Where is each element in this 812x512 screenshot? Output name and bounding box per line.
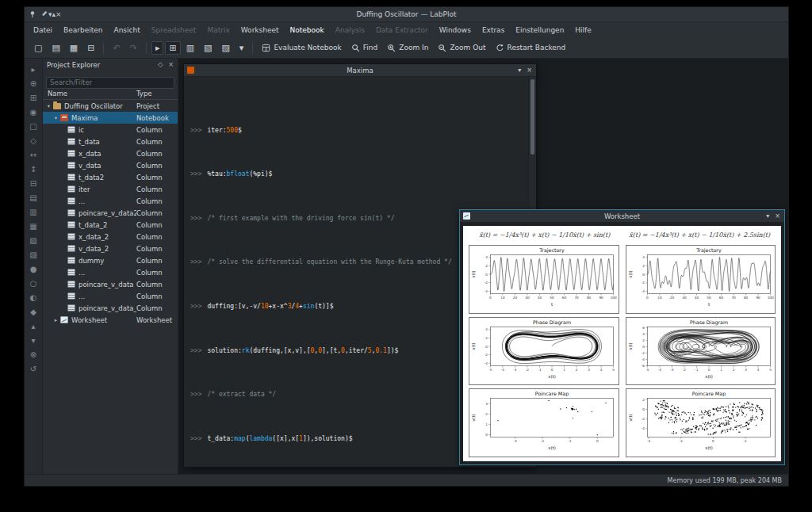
minimize-subwindow-button[interactable]: ▾ xyxy=(518,67,521,74)
tool-icon[interactable]: ● xyxy=(30,266,37,273)
tree-row-project[interactable]: ▾ Duffing Oscillator Project xyxy=(43,100,178,112)
pin-icon[interactable] xyxy=(29,10,36,18)
menu-data-extractor[interactable]: Data Extractor xyxy=(370,25,434,36)
menu-einstellungen[interactable]: Einstellungen xyxy=(510,25,569,36)
tree-row-column[interactable]: v_data_2 Column xyxy=(43,243,178,254)
tree-row-worksheet[interactable]: ▸ Worksheet Worksheet xyxy=(43,314,178,326)
plot[interactable]: Poincare Map-3-2-100123x(t)v(t) xyxy=(469,388,619,457)
zoom-out-button[interactable]: Zoom Out xyxy=(434,41,489,55)
menu-hilfe[interactable]: Hilfe xyxy=(569,25,596,36)
scrollbar-thumb[interactable] xyxy=(530,79,534,155)
tree-row-column[interactable]: ic Column xyxy=(43,124,178,136)
code-line[interactable]: >>>iter:500$ xyxy=(190,125,527,136)
tree-row-column[interactable]: ... Column xyxy=(43,290,178,302)
plot[interactable]: Trajectory0102030405060708090100-4-2024t… xyxy=(469,245,619,314)
column-header-name[interactable]: Name xyxy=(43,90,136,97)
plot[interactable]: Phase Diagram-5-4-3-2-1012345-4-2024x(t)… xyxy=(469,317,619,386)
menu-windows[interactable]: Windows xyxy=(434,25,477,36)
tool-icon[interactable]: □ xyxy=(29,123,36,131)
tool-icon[interactable]: ▾ xyxy=(31,337,35,345)
find-button[interactable]: Find xyxy=(347,41,381,55)
expand-arrow-icon[interactable]: ▾ xyxy=(45,103,52,109)
menu-matrix[interactable]: Matrix xyxy=(201,25,235,36)
tool-icon[interactable]: ▤ xyxy=(29,194,36,202)
tree-row-column[interactable]: x_data_2 Column xyxy=(43,231,178,243)
undo-button[interactable]: ↶ xyxy=(109,41,124,55)
minimize-subwindow-button[interactable]: ▾ xyxy=(766,213,769,220)
tree-column-headers[interactable]: Name Type xyxy=(43,87,178,100)
tree-row-column[interactable]: v_data Column xyxy=(43,159,178,171)
tool-icon[interactable]: ▥ xyxy=(29,208,36,216)
menu-bearbeiten[interactable]: Bearbeiten xyxy=(58,25,108,36)
zoom-in-button[interactable]: Zoom In xyxy=(383,41,432,55)
menu-analysis[interactable]: Analysis xyxy=(330,25,370,36)
add-text-entry-button[interactable]: ▥ xyxy=(182,41,198,55)
tool-icon[interactable]: ▴ xyxy=(31,323,35,331)
tool-icon[interactable]: ⊗ xyxy=(30,351,36,359)
tool-icon[interactable]: ▸ xyxy=(31,66,35,74)
entry-options-dropdown[interactable]: ▾ xyxy=(236,41,248,55)
tree-row-column[interactable]: ... Column xyxy=(43,266,178,278)
plot-canvas: Trajectory0102030405060708090100-4-2024t… xyxy=(626,246,776,313)
expand-arrow-icon[interactable]: ▾ xyxy=(52,115,59,121)
tree-row-column[interactable]: t_data Column xyxy=(43,136,178,147)
tool-icon[interactable]: ◆ xyxy=(30,308,36,316)
tool-icon[interactable]: ↕ xyxy=(30,166,36,174)
evaluate-entry-button[interactable]: ▸ xyxy=(151,41,164,55)
menu-notebook[interactable]: Notebook xyxy=(285,25,330,36)
tool-icon[interactable]: ⊞ xyxy=(30,94,36,102)
titlebar[interactable]: Duffing Oscillator — LabPlot ▾▴× xyxy=(25,7,788,22)
tree-row-maxima[interactable]: ▾ Maxima Notebook xyxy=(43,112,178,124)
tool-icon[interactable]: ⊟ xyxy=(30,180,36,188)
close-subwindow-button[interactable]: × xyxy=(527,67,532,74)
expand-arrow-icon[interactable]: ▸ xyxy=(52,317,59,323)
menu-datei[interactable]: Datei xyxy=(28,25,58,36)
code-line[interactable]: >>>%tau:bfloat(%pi)$ xyxy=(190,169,527,180)
add-latex-entry-button[interactable]: ▨ xyxy=(217,41,233,55)
tool-icon[interactable]: ◐ xyxy=(30,294,37,302)
redo-button[interactable]: ↷ xyxy=(126,41,141,55)
tool-icon[interactable]: ⊕ xyxy=(30,80,36,88)
plot[interactable]: Trajectory0102030405060708090100-4-2024t… xyxy=(626,245,776,314)
prompt-label: >>> xyxy=(190,170,201,178)
maxima-titlebar[interactable]: Maxima ▾× xyxy=(184,64,536,77)
new-document-button[interactable]: ▢ xyxy=(30,41,46,55)
tool-icon[interactable]: ↺ xyxy=(30,365,36,373)
tree-row-column[interactable]: poincare_v_data_2 Column xyxy=(43,302,178,314)
menu-spreadsheet[interactable]: Spreadsheet xyxy=(146,25,202,36)
tool-icon[interactable]: ▨ xyxy=(29,251,36,259)
tool-icon[interactable]: ↔ xyxy=(30,151,36,159)
tree-row-column[interactable]: dummy Column xyxy=(43,254,178,266)
tool-icon[interactable]: ▧ xyxy=(29,237,36,245)
close-dock-button[interactable]: × xyxy=(168,62,174,68)
tree-row-column[interactable]: ... Column xyxy=(43,195,178,207)
evaluate-notebook-button[interactable]: Evaluate Notebook xyxy=(258,41,345,55)
tree-row-column[interactable]: iter Column xyxy=(43,183,178,195)
plot[interactable]: Phase Diagram-5-4-3-2-1012345-6-4-20246x… xyxy=(626,317,776,386)
worksheet-canvas[interactable]: ẍ(t) = −1/4x³(t) + x(t) − 1/10ẋ(t) + sin… xyxy=(463,226,781,461)
close-subwindow-button[interactable]: × xyxy=(775,213,780,220)
menu-ansicht[interactable]: Ansicht xyxy=(108,25,145,36)
add-command-entry-button[interactable]: ⊞ xyxy=(165,41,180,55)
tool-icon[interactable]: ◉ xyxy=(30,109,37,117)
export-button[interactable]: ⊟ xyxy=(83,41,98,55)
restart-backend-button[interactable]: Restart Backend xyxy=(492,41,570,55)
tree-row-column[interactable]: x_data Column xyxy=(43,147,178,159)
open-project-button[interactable]: ▤ xyxy=(48,41,63,55)
tree-row-column[interactable]: poincare_v_data Column xyxy=(43,278,178,290)
plot[interactable]: Poincare Map-4-202-4-202x(t)v(t) xyxy=(626,388,776,457)
menu-extras[interactable]: Extras xyxy=(477,25,510,36)
svg-text:10: 10 xyxy=(657,296,662,300)
menu-worksheet[interactable]: Worksheet xyxy=(236,25,285,36)
tool-icon[interactable]: ○ xyxy=(30,280,37,288)
tool-icon[interactable]: ▦ xyxy=(29,223,36,231)
tree-row-column[interactable]: t_data2 Column xyxy=(43,171,178,183)
tree-row-column[interactable]: poincare_v_data2 Column xyxy=(43,207,178,219)
print-button[interactable]: ▦ xyxy=(66,41,82,55)
float-dock-button[interactable]: ◇ xyxy=(158,62,163,68)
add-markdown-entry-button[interactable]: ▧ xyxy=(200,41,216,55)
worksheet-titlebar[interactable]: Worksheet ▾× xyxy=(460,210,784,223)
column-header-type[interactable]: Type xyxy=(136,90,178,97)
tool-icon[interactable]: ◇ xyxy=(30,137,36,145)
tree-row-column[interactable]: t_data_2 Column xyxy=(43,219,178,231)
